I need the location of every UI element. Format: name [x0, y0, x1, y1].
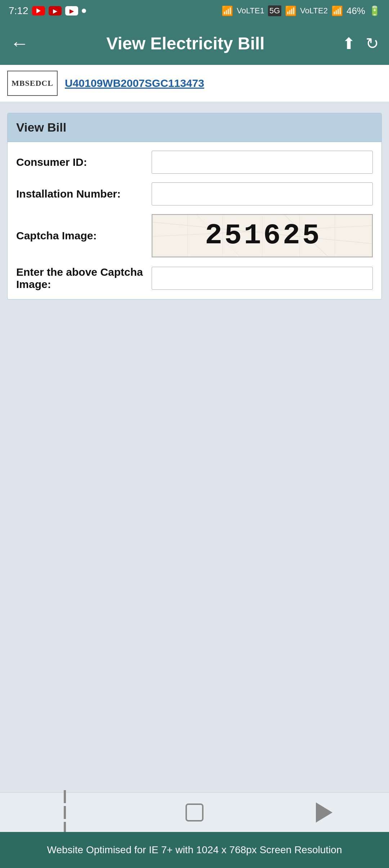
captcha-entry-row: Enter the above Captcha Image: [16, 266, 373, 291]
signal-icon-2: 📶 [331, 5, 343, 17]
company-logo: MBSEDCL [7, 71, 58, 96]
5g-icon: 5G [268, 5, 281, 16]
company-id[interactable]: U40109WB2007SGC113473 [65, 77, 204, 89]
captcha-digit-3: 1 [244, 221, 261, 250]
battery-display: 46% [346, 5, 365, 17]
captcha-entry-input[interactable] [152, 267, 373, 290]
youtube-icon-3: ▶ [65, 6, 78, 15]
wifi-icon: 📶 [222, 5, 233, 17]
bill-card-body: Consumer ID: Installation Number: Captch… [8, 142, 381, 299]
bill-card: View Bill Consumer ID: Installation Numb… [7, 113, 382, 300]
signal-icon: 📶 [285, 5, 296, 17]
nav-bar [0, 792, 389, 832]
home-icon [185, 803, 204, 821]
status-right: 📶 VoLTE1 5G 📶 VoLTE2 📶 46% 🔋 [222, 5, 380, 17]
time-display: 7:12 [9, 5, 28, 17]
captcha-digit-5: 2 [283, 221, 300, 250]
nav-back-icon [64, 790, 66, 835]
captcha-entry-label: Enter the above Captcha Image: [16, 266, 146, 291]
youtube-icon [32, 6, 45, 15]
battery-icon: 🔋 [369, 5, 380, 17]
back-button[interactable]: ← [10, 34, 29, 53]
app-bar: ← View Electricity Bill ⬆ ↻ [0, 22, 389, 65]
consumer-id-input[interactable] [152, 151, 373, 174]
status-bar: 7:12 ▶ ▶ 📶 VoLTE1 5G 📶 VoLTE2 📶 46% 🔋 [0, 0, 389, 22]
consumer-id-row: Consumer ID: [16, 151, 373, 174]
nav-back-button[interactable] [47, 802, 83, 823]
back-icon [316, 802, 332, 823]
share-icon[interactable]: ⬆ [342, 34, 356, 53]
footer-text: Website Optimised for IE 7+ with 1024 x … [47, 844, 342, 856]
logo-row: MBSEDCL U40109WB2007SGC113473 [0, 65, 389, 102]
captcha-digit-2: 5 [224, 221, 242, 250]
bill-card-header: View Bill [8, 113, 381, 142]
status-left: 7:12 ▶ ▶ [9, 5, 86, 17]
footer-bar: Website Optimised for IE 7+ with 1024 x … [0, 832, 389, 868]
content-area: View Bill Consumer ID: Installation Numb… [0, 102, 389, 823]
captcha-image-label: Captcha Image: [16, 230, 146, 242]
nav-home-button[interactable] [176, 802, 213, 823]
captcha-image-row: Captcha Image: 2 [16, 214, 373, 257]
captcha-digit-1: 2 [205, 221, 222, 250]
refresh-icon[interactable]: ↻ [366, 34, 379, 53]
consumer-id-label: Consumer ID: [16, 156, 146, 168]
page-title: View Electricity Bill [37, 34, 334, 53]
installation-number-input[interactable] [152, 182, 373, 205]
logo-text: MBSEDCL [12, 79, 53, 88]
nav-forward-button[interactable] [306, 802, 342, 823]
installation-number-label: Installation Number: [16, 188, 146, 200]
notification-dot [82, 9, 86, 13]
captcha-digit-6: 5 [302, 221, 319, 250]
captcha-digit-4: 6 [263, 221, 281, 250]
youtube-icon-2: ▶ [49, 6, 62, 15]
captcha-image-box: 2 5 1 6 2 5 [152, 214, 373, 257]
installation-number-row: Installation Number: [16, 182, 373, 205]
lte2-label: VoLTE2 [300, 6, 328, 15]
app-bar-actions: ⬆ ↻ [342, 34, 379, 53]
captcha-numbers: 2 5 1 6 2 5 [201, 221, 323, 250]
lte1-label: VoLTE1 [237, 6, 264, 15]
